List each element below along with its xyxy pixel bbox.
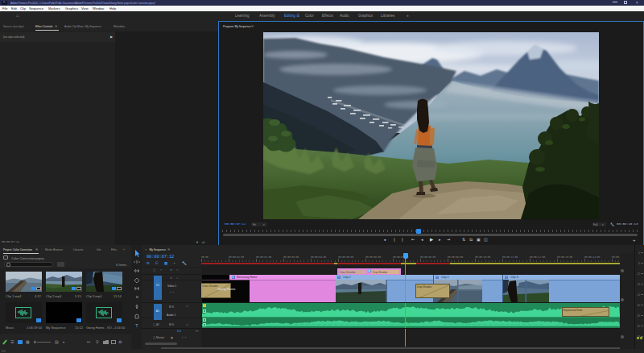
- svg-text:T: T: [135, 323, 138, 328]
